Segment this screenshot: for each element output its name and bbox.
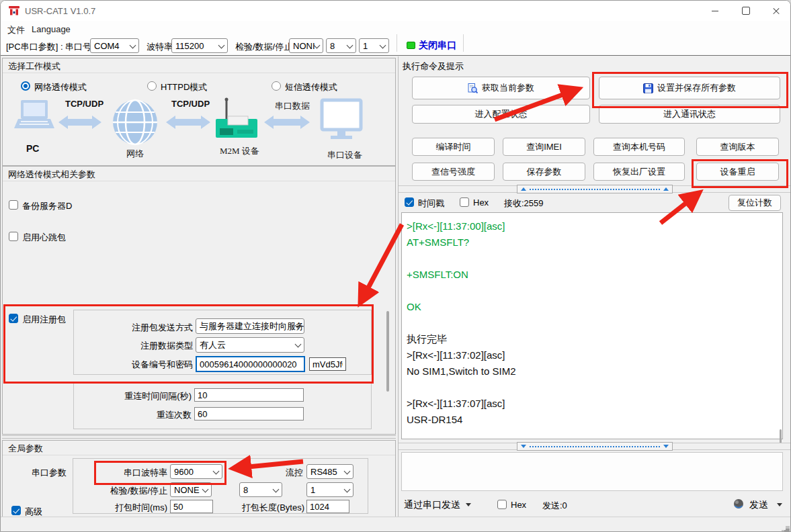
device-password-input[interactable] xyxy=(309,357,346,371)
minimize-button[interactable] xyxy=(700,1,731,21)
log-line: 执行完毕 xyxy=(407,331,782,347)
device-id-input[interactable] xyxy=(196,356,305,372)
log-scrollbar[interactable] xyxy=(780,429,782,444)
menu-language[interactable]: Language xyxy=(29,23,73,36)
serial-pds-label: 检验/数据/停止 xyxy=(98,485,167,497)
close-button[interactable] xyxy=(761,1,791,21)
pc-serial-label: [PC串口参数] : 串口号 xyxy=(6,41,91,53)
maximize-button[interactable] xyxy=(731,1,761,21)
log-line: >[Rx<-][11:37:02][asc] xyxy=(407,347,782,363)
regpack-checkbox[interactable] xyxy=(9,314,18,323)
flow-label: 流控 xyxy=(266,467,303,479)
radio-sms-mode[interactable] xyxy=(272,81,281,91)
send-via-serial-dropdown[interactable]: 通过串口发送 xyxy=(404,499,460,511)
reconnect-times-input[interactable] xyxy=(194,407,304,420)
serial-stopbits-select[interactable]: 1 xyxy=(306,482,353,497)
m2m-device-icon xyxy=(216,98,257,138)
send-button[interactable]: 发送 xyxy=(749,499,768,511)
baud-select[interactable]: 115200 xyxy=(171,38,228,53)
work-mode-title: 选择工作模式 xyxy=(8,60,60,73)
save-floppy-icon xyxy=(643,83,653,93)
log-line xyxy=(407,251,782,267)
parity-select[interactable]: NONI xyxy=(289,38,323,53)
link2-label: TCP/UDP xyxy=(171,99,210,109)
chevron-down-icon xyxy=(344,468,351,475)
com-port-select[interactable]: COM4 xyxy=(90,38,139,53)
monitor-icon xyxy=(322,100,361,139)
resize-grip[interactable] xyxy=(780,525,786,530)
link1-label: TCP/UDP xyxy=(65,99,103,109)
button-query-signal[interactable]: 查信号强度 xyxy=(412,163,495,181)
radio-sms-label: 短信透传模式 xyxy=(285,81,337,93)
databits-select[interactable]: 8 xyxy=(326,38,356,53)
reg-type-select[interactable]: 有人云 xyxy=(196,337,304,353)
log-line xyxy=(407,315,782,331)
set-save-params-button[interactable]: 设置并保存所有参数 xyxy=(599,77,780,99)
button-query-version[interactable]: 查询版本 xyxy=(696,138,779,156)
chevron-down-icon xyxy=(213,468,220,475)
enter-comm-button[interactable]: 进入通讯状态 xyxy=(599,105,780,124)
button-query-imei[interactable]: 查询IMEI xyxy=(503,138,585,156)
recv-counter: 接收:2559 xyxy=(504,197,544,210)
baud-label: 波特率 xyxy=(147,41,173,53)
backup-server-checkbox[interactable] xyxy=(9,200,18,210)
send-hex-checkbox[interactable] xyxy=(497,500,507,509)
search-doc-icon xyxy=(468,83,478,93)
status-bar xyxy=(1,517,790,532)
close-port-button[interactable]: 关闭串口 xyxy=(419,40,456,52)
chevron-down-icon xyxy=(295,341,302,348)
backup-server-label: 备份服务器D xyxy=(22,200,72,212)
button-device-restart[interactable]: 设备重启 xyxy=(696,163,779,181)
radio-httpd-mode[interactable] xyxy=(147,81,157,91)
window-title: USR-CAT1 V1.0.7 xyxy=(25,6,95,16)
reconnect-interval-label: 重连时间间隔(秒) xyxy=(100,390,192,402)
serial-device-label: 串口设备 xyxy=(327,149,362,161)
reg-type-label: 注册数据类型 xyxy=(101,340,193,352)
flow-select[interactable]: RS485 xyxy=(306,464,353,479)
serial-baud-select[interactable]: 9600 xyxy=(170,464,222,479)
get-params-button[interactable]: 获取当前参数 xyxy=(412,77,590,99)
chevron-down-icon xyxy=(202,486,209,493)
advanced-checkbox[interactable] xyxy=(11,506,21,515)
title-bar: USR-CAT1 V1.0.7 xyxy=(1,1,790,21)
radio-net-transparent-mode[interactable] xyxy=(21,81,30,91)
pc-label: PC xyxy=(26,143,39,154)
log-line: +SMSFLT:ON xyxy=(407,267,782,283)
splitter-handle[interactable] xyxy=(517,185,673,193)
stopbits-select[interactable]: 1 xyxy=(359,38,389,53)
close-icon xyxy=(772,7,780,15)
chevron-down-icon xyxy=(273,486,280,493)
globe-icon xyxy=(113,100,157,144)
timestamp-checkbox[interactable] xyxy=(405,197,414,207)
pack-time-input[interactable] xyxy=(170,500,213,513)
log-line xyxy=(407,380,782,396)
log-line: >[Rx<-][11:37:00][asc] xyxy=(407,218,782,234)
laptop-icon xyxy=(14,100,54,128)
left-panel-scrollbar[interactable] xyxy=(386,311,389,392)
enter-config-button[interactable]: 进入配置状态 xyxy=(412,105,590,124)
net-params-title: 网络透传模式相关参数 xyxy=(8,169,95,181)
button-save-params[interactable]: 保存参数 xyxy=(503,163,585,181)
button-compile-time[interactable]: 编译时间 xyxy=(412,138,495,156)
log-hex-checkbox[interactable] xyxy=(460,197,469,207)
chevron-down-icon xyxy=(380,42,386,49)
pack-length-input[interactable] xyxy=(306,500,349,513)
log-line: USR-DR154 xyxy=(407,412,782,428)
reconnect-interval-input[interactable] xyxy=(194,388,304,402)
radio-httpd-label: HTTPD模式 xyxy=(161,81,207,93)
section-splitter[interactable] xyxy=(2,435,396,436)
button-factory-reset[interactable]: 恢复出厂设置 xyxy=(593,163,685,181)
log-output[interactable]: >[Rx<-][11:37:00][asc] AT+SMSFLT? +SMSFL… xyxy=(401,212,783,439)
reset-counter-button[interactable]: 复位计数 xyxy=(728,195,781,211)
collapse-up-icon xyxy=(521,187,526,191)
reconnect-times-label: 重连次数 xyxy=(100,409,192,421)
serial-parity-select[interactable]: NONE xyxy=(170,482,212,497)
splitter-handle[interactable] xyxy=(517,442,673,451)
heartbeat-checkbox[interactable] xyxy=(9,232,18,241)
reg-mode-select[interactable]: 与服务器建立连接时向服务 xyxy=(196,318,304,334)
button-query-number[interactable]: 查询本机号码 xyxy=(593,138,685,156)
send-counter: 发送:0 xyxy=(542,500,567,512)
log-line xyxy=(407,283,782,299)
send-input-area[interactable] xyxy=(401,452,783,491)
serial-databits-select[interactable]: 8 xyxy=(239,482,282,497)
